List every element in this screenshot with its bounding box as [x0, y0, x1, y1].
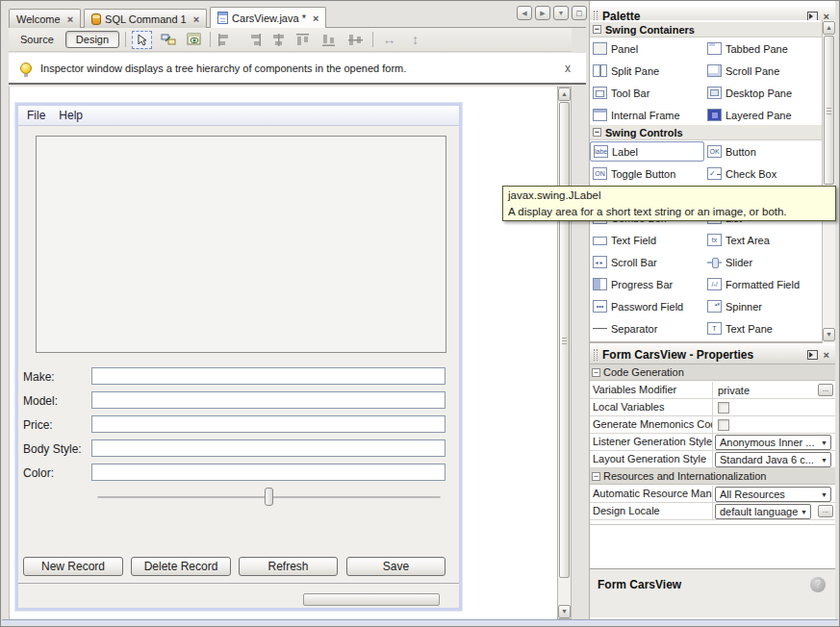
palette-item-tool-bar[interactable]: Tool Bar: [590, 83, 704, 103]
listener-style-combo[interactable]: Anonymous Inner ...▼: [715, 435, 831, 450]
delete-record-button[interactable]: Delete Record: [131, 557, 231, 576]
property-value[interactable]: [713, 416, 835, 433]
palette-item-separator[interactable]: Separator: [590, 318, 704, 339]
vertical-resizable-icon[interactable]: ↕: [405, 31, 425, 49]
palette-item-internal-frame[interactable]: Internal Frame: [590, 105, 704, 125]
palette-item-formatted-field[interactable]: /-/Formatted Field: [704, 274, 819, 294]
align-left-icon[interactable]: [216, 31, 237, 49]
swing-containers-section[interactable]: − Swing Containers: [590, 22, 822, 38]
connection-mode-icon[interactable]: [158, 31, 178, 49]
form-preview-frame[interactable]: File Help Make: Model: Price: Body Style…: [15, 103, 462, 611]
scrollbar-up-icon[interactable]: ▲: [823, 21, 835, 35]
layout-style-combo[interactable]: Standard Java 6 c...▼: [715, 452, 831, 467]
palette-item-scroll-pane[interactable]: Scroll Pane: [704, 61, 819, 81]
palette-item-text-pane[interactable]: TText Pane: [704, 318, 819, 339]
center-vertical-icon[interactable]: [346, 31, 367, 49]
palette-item-layered-pane[interactable]: Layered Pane: [704, 105, 819, 125]
ellipsis-button[interactable]: ...: [818, 384, 833, 396]
properties-header[interactable]: Form CarsView - Properties ×: [590, 345, 835, 364]
price-field[interactable]: [91, 415, 445, 433]
palette-scrollbar[interactable]: ▲ ▼: [822, 20, 835, 343]
make-field[interactable]: [91, 367, 445, 385]
palette-item-toggle-button[interactable]: ONToggle Button: [590, 163, 704, 184]
align-bottom-icon[interactable]: [320, 31, 341, 49]
resource-management-combo[interactable]: All Resources▼: [715, 487, 831, 502]
save-button[interactable]: Save: [346, 557, 445, 576]
hint-close-icon[interactable]: x: [561, 62, 574, 75]
scroll-tabs-right-button[interactable]: ▶: [535, 6, 550, 20]
ellipsis-button[interactable]: ...: [818, 505, 833, 517]
palette-item-button[interactable]: OKButton: [704, 141, 819, 162]
center-horizontal-icon[interactable]: [268, 31, 289, 49]
collapse-icon[interactable]: −: [592, 368, 600, 377]
collapse-icon[interactable]: −: [593, 128, 601, 137]
scroll-tabs-left-button[interactable]: ◀: [517, 6, 532, 20]
menu-file[interactable]: File: [27, 109, 45, 122]
palette-item-progress-bar[interactable]: Progress Bar: [590, 274, 704, 294]
design-locale-combo[interactable]: default language▼: [715, 504, 811, 519]
float-window-icon[interactable]: [807, 350, 818, 360]
palette-scrollbar-thumb[interactable]: [824, 36, 834, 185]
horizontal-resizable-icon[interactable]: ↔: [379, 31, 399, 49]
palette-item-check-box[interactable]: Check Box: [704, 163, 819, 184]
palette-item-panel[interactable]: Panel: [590, 38, 704, 59]
property-value[interactable]: default language▼ ...: [713, 503, 835, 519]
collapse-icon[interactable]: −: [593, 25, 601, 34]
palette-item-text-field[interactable]: Text Field: [590, 230, 704, 250]
checkbox-unchecked[interactable]: [718, 419, 729, 431]
palette-item-label-selected[interactable]: labelLabel: [590, 141, 704, 162]
resources-section[interactable]: − Resources and Internationalization: [590, 468, 835, 485]
palette-item-spinner[interactable]: Spinner: [704, 296, 819, 316]
tab-list-button[interactable]: ▼: [553, 6, 569, 20]
close-icon[interactable]: ×: [824, 350, 829, 360]
form-scroll-pane[interactable]: [36, 136, 446, 353]
palette-item-slider[interactable]: Slider: [704, 252, 819, 272]
property-value[interactable]: Standard Java 6 c...▼: [713, 451, 835, 467]
section-title: Swing Containers: [605, 24, 695, 36]
swing-controls-section[interactable]: − Swing Controls: [590, 125, 822, 140]
drag-grip-icon[interactable]: [594, 349, 598, 361]
model-field[interactable]: [91, 391, 445, 409]
palette-item-tabbed-pane[interactable]: Tabbed Pane: [704, 38, 819, 59]
palette-item-desktop-pane[interactable]: Desktop Pane: [704, 83, 819, 103]
align-top-icon[interactable]: [294, 31, 315, 49]
close-icon[interactable]: ×: [824, 12, 829, 21]
checkbox-unchecked[interactable]: [718, 402, 729, 414]
selection-mode-icon[interactable]: [132, 31, 152, 49]
palette-item-text-area[interactable]: txText Area: [704, 230, 819, 250]
palette-item-scroll-bar[interactable]: Scroll Bar: [590, 252, 704, 272]
maximize-button[interactable]: □: [572, 6, 587, 20]
tab-welcome[interactable]: Welcome ×: [9, 9, 81, 28]
property-value[interactable]: Anonymous Inner ...▼: [713, 434, 835, 450]
body-style-field[interactable]: [91, 439, 445, 457]
property-value[interactable]: All Resources▼: [713, 486, 835, 502]
tab-carsview-java[interactable]: CarsView.java * ×: [210, 7, 326, 28]
editor-scrollbar[interactable]: ▲ ▼: [557, 87, 572, 619]
close-icon[interactable]: ×: [67, 14, 73, 24]
align-right-icon[interactable]: [242, 31, 263, 49]
close-icon[interactable]: ×: [313, 13, 318, 23]
design-view-button[interactable]: Design: [65, 31, 119, 48]
editor-scrollbar-thumb[interactable]: [559, 102, 570, 578]
color-field[interactable]: [91, 464, 445, 481]
tab-sql-command[interactable]: SQL Command 1 ×: [84, 9, 207, 28]
property-value[interactable]: [713, 399, 835, 415]
scrollbar-up-icon[interactable]: ▲: [558, 88, 571, 101]
code-generation-section[interactable]: − Code Generation: [590, 364, 835, 381]
palette-item-split-pane[interactable]: Split Pane: [590, 61, 704, 81]
refresh-button[interactable]: Refresh: [239, 557, 338, 576]
new-record-button[interactable]: New Record: [23, 557, 123, 576]
source-view-button[interactable]: Source: [14, 32, 60, 47]
menu-help[interactable]: Help: [59, 109, 83, 122]
float-window-icon[interactable]: [807, 12, 818, 21]
collapse-icon[interactable]: −: [592, 472, 600, 481]
scrollbar-down-icon[interactable]: ▼: [558, 605, 571, 618]
close-icon[interactable]: ×: [193, 14, 199, 24]
palette-item-label: Toggle Button: [611, 168, 675, 180]
property-value[interactable]: private ...: [713, 382, 835, 398]
palette-item-password-field[interactable]: •••Password Field: [590, 296, 704, 316]
price-slider-thumb[interactable]: [265, 488, 273, 506]
preview-design-icon[interactable]: [184, 31, 204, 49]
design-canvas[interactable]: File Help Make: Model: Price: Body Style…: [9, 87, 572, 620]
scrollbar-down-icon[interactable]: ▼: [823, 328, 835, 341]
